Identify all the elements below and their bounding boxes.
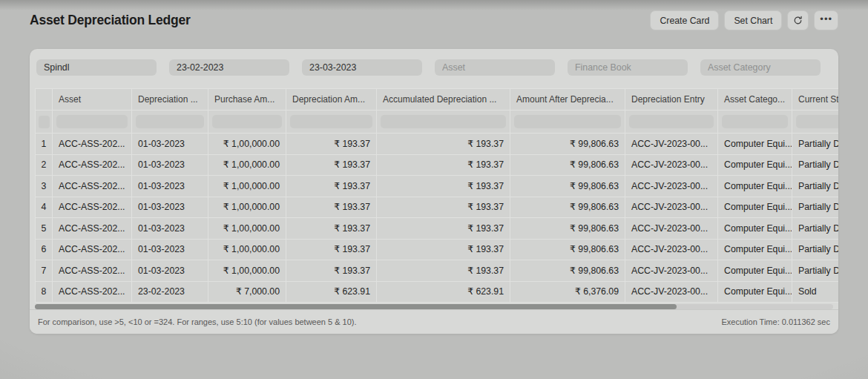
table-cell[interactable]: Computer Equi... — [718, 155, 792, 177]
table-cell[interactable]: ₹ 193.37 — [286, 155, 377, 177]
table-cell[interactable]: 01-03-2023 — [132, 218, 208, 240]
column-filter-input[interactable] — [212, 115, 282, 128]
table-cell[interactable]: 01-03-2023 — [132, 134, 208, 155]
table-cell[interactable]: Sold — [792, 282, 838, 303]
table-row[interactable]: 7ACC-ASS-202...01-03-2023₹ 1,00,000.00₹ … — [36, 260, 838, 282]
column-header[interactable]: Asset — [53, 89, 132, 111]
table-cell[interactable]: Partially Depreciated — [792, 176, 838, 197]
table-row[interactable]: 5ACC-ASS-202...01-03-2023₹ 1,00,000.00₹ … — [36, 218, 838, 240]
table-cell[interactable]: ACC-JV-2023-00... — [625, 260, 718, 282]
table-cell[interactable]: ₹ 99,806.63 — [510, 218, 625, 240]
column-header[interactable]: Asset Catego... — [718, 89, 792, 111]
column-filter-input[interactable] — [514, 115, 621, 128]
column-header[interactable]: Depreciation ... — [132, 89, 208, 111]
table-cell[interactable]: ₹ 99,806.63 — [510, 240, 625, 261]
table-cell[interactable]: ₹ 193.37 — [286, 260, 377, 282]
table-cell[interactable]: Computer Equi... — [718, 218, 792, 240]
table-cell[interactable]: ACC-JV-2023-00... — [625, 218, 718, 240]
table-cell[interactable]: ₹ 193.37 — [377, 218, 510, 240]
table-cell[interactable]: ₹ 193.37 — [286, 176, 377, 197]
to-date-filter-input[interactable] — [302, 59, 422, 76]
table-cell[interactable]: ACC-JV-2023-00... — [625, 176, 718, 197]
table-cell[interactable]: ACC-JV-2023-00... — [625, 282, 718, 303]
column-filter-input[interactable] — [796, 115, 838, 128]
table-row[interactable]: 6ACC-ASS-202...01-03-2023₹ 1,00,000.00₹ … — [36, 240, 838, 261]
table-cell[interactable]: ₹ 1,00,000.00 — [208, 218, 286, 240]
set-chart-button[interactable]: Set Chart — [724, 10, 782, 30]
table-cell[interactable]: ACC-ASS-202... — [53, 282, 132, 303]
column-header[interactable]: Purchase Am... — [208, 89, 286, 111]
scrollbar-thumb[interactable] — [35, 304, 677, 309]
column-header[interactable]: Amount After Deprecia... — [510, 89, 625, 111]
table-cell[interactable]: ACC-ASS-202... — [53, 240, 132, 261]
table-cell[interactable]: ₹ 193.37 — [286, 197, 377, 219]
table-row[interactable]: 2ACC-ASS-202...01-03-2023₹ 1,00,000.00₹ … — [36, 155, 838, 177]
table-cell[interactable]: ₹ 193.37 — [377, 240, 510, 261]
column-header[interactable]: Depreciation Entry — [625, 89, 718, 111]
row-select-box[interactable] — [39, 116, 50, 128]
menu-button[interactable]: ••• — [814, 10, 838, 30]
table-cell[interactable]: ₹ 99,806.63 — [510, 260, 625, 282]
table-cell[interactable]: ₹ 1,00,000.00 — [208, 155, 286, 177]
table-cell[interactable]: Partially Depreciated — [792, 218, 838, 240]
column-header[interactable]: Depreciation Am... — [286, 89, 377, 111]
table-cell[interactable]: Computer Equi... — [718, 282, 792, 303]
table-cell[interactable]: Partially Depreciated — [792, 134, 838, 155]
table-cell[interactable]: Computer Equi... — [718, 260, 792, 282]
table-cell[interactable]: 01-03-2023 — [132, 155, 208, 177]
column-filter-input[interactable] — [722, 115, 788, 128]
table-cell[interactable]: Computer Equi... — [718, 134, 792, 155]
table-cell[interactable]: ₹ 99,806.63 — [510, 197, 625, 219]
horizontal-scrollbar[interactable] — [35, 304, 833, 309]
finance-book-filter-input[interactable] — [568, 59, 688, 76]
table-cell[interactable]: ₹ 99,806.63 — [510, 155, 625, 177]
table-cell[interactable]: 01-03-2023 — [132, 176, 208, 197]
table-cell[interactable]: Partially Depreciated — [792, 197, 838, 219]
table-cell[interactable]: Computer Equi... — [718, 197, 792, 219]
table-cell[interactable]: ACC-JV-2023-00... — [625, 134, 718, 155]
table-cell[interactable]: ₹ 1,00,000.00 — [208, 240, 286, 261]
company-filter-input[interactable] — [36, 59, 157, 76]
table-cell[interactable]: ₹ 1,00,000.00 — [208, 197, 286, 219]
asset-filter-input[interactable] — [435, 59, 555, 76]
table-cell[interactable]: ₹ 1,00,000.00 — [208, 260, 286, 282]
from-date-filter-input[interactable] — [169, 59, 289, 76]
table-row[interactable]: 8ACC-ASS-202...23-02-2023₹ 7,000.00₹ 623… — [36, 282, 838, 303]
table-cell[interactable]: ₹ 7,000.00 — [208, 282, 286, 303]
table-cell[interactable]: ₹ 193.37 — [286, 218, 377, 240]
table-cell[interactable]: 01-03-2023 — [132, 240, 208, 261]
refresh-button[interactable] — [787, 10, 809, 30]
table-cell[interactable]: ACC-JV-2023-00... — [625, 155, 718, 177]
table-cell[interactable]: 01-03-2023 — [132, 260, 208, 282]
table-cell[interactable]: ACC-JV-2023-00... — [625, 240, 718, 261]
table-cell[interactable]: Partially Depreciated — [792, 240, 838, 261]
table-cell[interactable]: ACC-JV-2023-00... — [625, 197, 718, 219]
table-cell[interactable]: ₹ 99,806.63 — [510, 176, 625, 197]
column-filter-input[interactable] — [290, 115, 372, 128]
table-cell[interactable]: ₹ 623.91 — [286, 282, 377, 303]
column-filter-input[interactable] — [56, 115, 128, 128]
table-cell[interactable]: Computer Equi... — [718, 176, 792, 197]
table-cell[interactable]: ₹ 193.37 — [377, 197, 510, 219]
table-row[interactable]: 3ACC-ASS-202...01-03-2023₹ 1,00,000.00₹ … — [36, 176, 838, 197]
column-header[interactable]: Accumulated Depreciation ... — [377, 89, 510, 111]
table-cell[interactable]: Partially Depreciated — [792, 260, 838, 282]
asset-category-filter-input[interactable] — [700, 59, 821, 76]
table-row[interactable]: 1ACC-ASS-202...01-03-2023₹ 1,00,000.00₹ … — [36, 134, 838, 155]
table-cell[interactable]: ₹ 1,00,000.00 — [208, 176, 286, 197]
table-cell[interactable]: ACC-ASS-202... — [53, 134, 132, 155]
table-cell[interactable]: 23-02-2023 — [132, 282, 208, 303]
table-cell[interactable]: ₹ 99,806.63 — [510, 134, 625, 155]
table-cell[interactable]: ₹ 193.37 — [286, 134, 377, 155]
table-cell[interactable]: ACC-ASS-202... — [53, 155, 132, 177]
table-cell[interactable]: Computer Equi... — [718, 240, 792, 261]
table-row[interactable]: 4ACC-ASS-202...01-03-2023₹ 1,00,000.00₹ … — [36, 197, 838, 219]
table-cell[interactable]: ACC-ASS-202... — [53, 176, 132, 197]
table-cell[interactable]: 01-03-2023 — [132, 197, 208, 219]
table-cell[interactable]: ₹ 623.91 — [377, 282, 510, 303]
table-cell[interactable]: Partially Depreciated — [792, 155, 838, 177]
column-filter-input[interactable] — [136, 115, 204, 128]
column-filter-input[interactable] — [381, 115, 506, 128]
table-cell[interactable]: ₹ 193.37 — [377, 260, 510, 282]
create-card-button[interactable]: Create Card — [650, 10, 719, 30]
